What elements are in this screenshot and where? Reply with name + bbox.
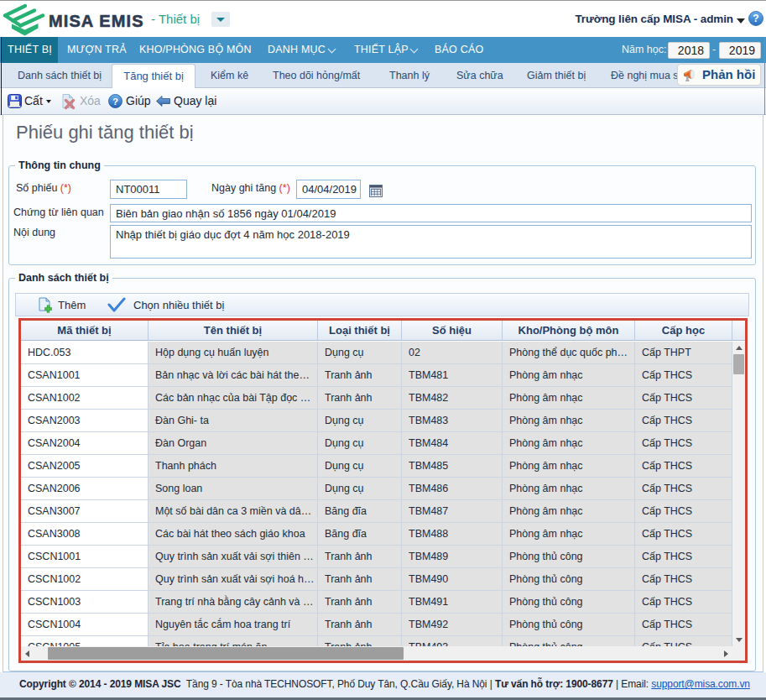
svg-text:?: ? [112,97,118,107]
svg-text:?: ? [753,13,758,24]
